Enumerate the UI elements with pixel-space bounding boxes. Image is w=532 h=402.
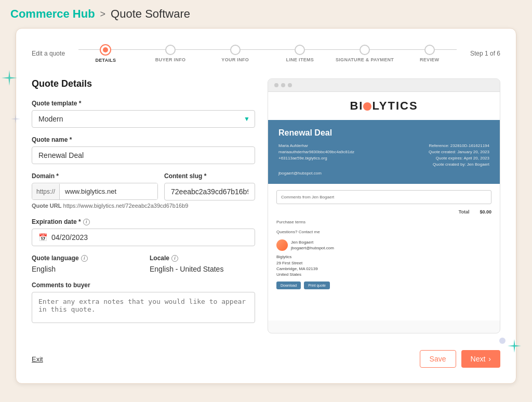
preview-creator-email: jbogaert@hubspot.com	[278, 171, 489, 176]
page-title: Quote Software	[111, 7, 190, 21]
sparkle-decoration-bl	[11, 114, 20, 126]
content-area: Quote Details Quote template * Modern Cl…	[32, 78, 500, 333]
locale-value: English - United States	[150, 265, 255, 273]
expiration-date-input[interactable]	[51, 233, 142, 242]
expiration-label: Expiration date * i	[32, 218, 255, 225]
preview-person-info: Jen Bogaert jbogaert@hubspot.com	[276, 239, 491, 251]
preview-buttons-row: Download Print quote	[276, 282, 491, 289]
domain-label: Domain *	[32, 172, 158, 180]
preview-ref-info: Reference: 232810D-161621194 Quote creat…	[429, 143, 489, 168]
step-circle-signature	[360, 45, 370, 55]
domain-input-wrapper: https://	[32, 183, 158, 200]
content-slug-input[interactable]	[164, 183, 255, 200]
stepper-steps: DETAILS BUYER INFO YOUR INFO LINE ITEMS …	[73, 44, 462, 63]
preview-content: BILYTICS Renewal Deal Maria Aufderhar ma…	[268, 92, 500, 320]
preview-avatar	[276, 239, 288, 251]
stepper-step-count: Step 1 of 6	[470, 50, 500, 57]
commerce-hub-link[interactable]: Commerce Hub	[10, 7, 95, 21]
preview-download-button[interactable]: Download	[276, 282, 301, 289]
step-circle-review	[424, 45, 435, 55]
step-review[interactable]: REVIEW	[397, 45, 462, 62]
template-select[interactable]: Modern Classic Minimal	[32, 110, 255, 128]
preview-print-button[interactable]: Print quote	[304, 282, 330, 289]
content-slug-field-group: Content slug *	[164, 172, 255, 200]
expiration-field-group: Expiration date * i 📅	[32, 218, 255, 246]
quote-url-label: Quote URL	[32, 203, 61, 209]
step-line-items[interactable]: LINE ITEMS	[268, 45, 332, 62]
main-card: Edit a quote DETAILS BUYER INFO YOUR INF…	[16, 28, 516, 384]
step-circle-yourinfo	[230, 45, 241, 55]
quote-name-field-group: Quote name *	[32, 136, 255, 164]
sparkle-decoration-br	[508, 339, 521, 355]
preview-dot-2	[281, 83, 285, 87]
locale-info-icon[interactable]: i	[171, 255, 178, 262]
preview-header-bar: Renewal Deal Maria Aufderhar mariaauthde…	[268, 120, 500, 184]
sparkle-decoration-sm	[499, 337, 506, 346]
preview-deal-title: Renewal Deal	[278, 128, 489, 138]
preview-person-name: Jen Bogaert	[291, 239, 334, 245]
quote-url-value: https://www.biglytics.net/72eeabc2a39cd6…	[63, 203, 189, 209]
step-signature-payment[interactable]: SIGNATURE & PAYMENT	[332, 45, 397, 62]
preview-address-line2: Cambridge, MA 02139	[276, 266, 491, 272]
preview-header-two-col: Maria Aufderhar mariaauthderhar9830bbc40…	[278, 143, 489, 168]
expiration-info-icon[interactable]: i	[83, 219, 90, 225]
section-title: Quote Details	[32, 78, 255, 89]
content-slug-label: Content slug *	[164, 172, 255, 180]
step-label-signature: SIGNATURE & PAYMENT	[336, 57, 394, 62]
preview-quote-created: Quote created: January 20, 2023	[429, 149, 489, 155]
step-label-buyer: BUYER INFO	[155, 57, 186, 62]
form-side: Quote Details Quote template * Modern Cl…	[32, 78, 255, 333]
step-label-lineitems: LINE ITEMS	[286, 57, 314, 62]
quote-url-text: Quote URL https://www.biglytics.net/72ee…	[32, 203, 188, 209]
domain-field-group: Domain * https://	[32, 172, 158, 200]
preview-dot-1	[274, 83, 278, 87]
preview-address-line1: 29 First Street	[276, 260, 491, 266]
stepper-edit-label: Edit a quote	[32, 50, 65, 57]
next-button[interactable]: Next ›	[461, 350, 500, 368]
step-buyer-info[interactable]: BUYER INFO	[138, 45, 203, 62]
footer-buttons: Save Next ›	[420, 350, 500, 368]
template-label: Quote template *	[32, 100, 255, 107]
quote-name-input[interactable]	[32, 146, 255, 164]
preview-person-details: Jen Bogaert jbogaert@hubspot.com	[291, 239, 334, 251]
language-info-icon[interactable]: i	[81, 255, 88, 262]
template-field-group: Quote template * Modern Classic Minimal …	[32, 100, 255, 128]
save-button[interactable]: Save	[420, 350, 456, 368]
comments-textarea[interactable]	[32, 292, 255, 323]
preview-questions-label: Questions? Contact me	[276, 230, 491, 234]
preview-quote-creator: Quote created by: Jen Bogaert	[429, 162, 489, 168]
preview-total-row: Total $0.00	[276, 209, 491, 215]
template-select-wrapper: Modern Classic Minimal ▼	[32, 110, 255, 128]
date-input-wrapper: 📅	[32, 229, 255, 246]
language-field-group: Quote language i English	[32, 254, 137, 273]
preview-quote-expires: Quote expires: April 20, 2023	[429, 155, 489, 162]
preview-reference: Reference: 232810D-161621194	[429, 143, 489, 149]
comments-field-group: Comments to buyer	[32, 282, 255, 325]
step-details[interactable]: DETAILS	[73, 44, 138, 63]
preview-address-line3: United States	[276, 272, 491, 277]
exit-button[interactable]: Exit	[32, 355, 43, 363]
language-value: English	[32, 265, 137, 273]
preview-total-label: Total	[459, 209, 470, 215]
preview-contact-name: Maria Aufderhar	[278, 143, 354, 149]
step-your-info[interactable]: YOUR INFO	[203, 45, 268, 62]
preview-total-value: $0.00	[480, 209, 491, 215]
step-circle-details	[100, 44, 111, 56]
logo-circle-icon	[363, 102, 371, 111]
step-label-details: DETAILS	[95, 58, 116, 63]
stepper: Edit a quote DETAILS BUYER INFO YOUR INF…	[32, 44, 500, 63]
preview-body: Comments from Jen Bogaert Total $0.00 Pu…	[268, 184, 500, 296]
svg-point-0	[499, 338, 506, 344]
card-footer: Exit Save Next ›	[32, 344, 500, 368]
preview-contact-phone: +63113ae59e.biglytics.org	[278, 155, 354, 162]
preview-purchase-terms: Purchase terms	[276, 220, 491, 224]
preview-dot-3	[288, 83, 292, 87]
lang-locale-row: Quote language i English Locale i Englis…	[32, 254, 255, 273]
domain-prefix: https://	[32, 184, 60, 199]
next-chevron-icon: ›	[488, 355, 491, 363]
preview-comments-box: Comments from Jen Bogaert	[276, 190, 491, 204]
step-circle-lineitems	[295, 45, 305, 55]
step-label-review: REVIEW	[420, 57, 439, 62]
domain-input[interactable]	[60, 183, 157, 199]
preview-contact-email: mariaauthderhar9830bbc409bc4a9c81dz	[278, 149, 354, 155]
